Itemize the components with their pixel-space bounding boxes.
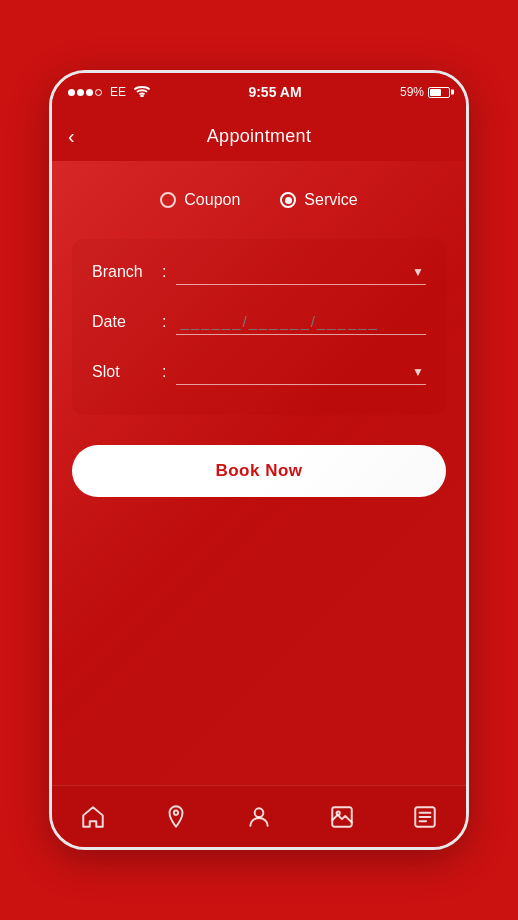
service-radio-circle — [280, 192, 296, 208]
book-now-button[interactable]: Book Now — [72, 445, 446, 497]
coupon-label: Coupon — [184, 191, 240, 209]
date-colon: : — [162, 313, 166, 331]
date-label: Date — [92, 313, 162, 331]
battery-percent: 59% — [400, 85, 424, 99]
signal-dots — [68, 89, 102, 96]
service-label: Service — [304, 191, 357, 209]
svg-point-4 — [336, 811, 339, 814]
nav-location[interactable] — [163, 804, 189, 830]
app-header: ‹ Appointment — [52, 111, 466, 161]
form-section: Branch : ▼ Date : Slot : — [72, 239, 446, 415]
signal-dot-2 — [77, 89, 84, 96]
battery-fill — [430, 89, 441, 96]
carrier-label: EE — [110, 85, 126, 99]
page-title: Appointment — [207, 126, 311, 147]
signal-dot-4 — [95, 89, 102, 96]
branch-colon: : — [162, 263, 166, 281]
bottom-nav — [52, 785, 466, 847]
slot-colon: : — [162, 363, 166, 381]
signal-dot-3 — [86, 89, 93, 96]
date-input[interactable] — [176, 309, 426, 335]
status-left: EE — [68, 85, 150, 100]
location-icon — [163, 804, 189, 830]
slot-select-wrapper[interactable]: ▼ — [176, 359, 426, 385]
branch-select-wrapper[interactable]: ▼ — [176, 259, 426, 285]
svg-point-1 — [174, 810, 178, 814]
nav-home[interactable] — [80, 804, 106, 830]
nav-gallery[interactable] — [329, 804, 355, 830]
status-time: 9:55 AM — [248, 84, 301, 100]
radio-option-coupon[interactable]: Coupon — [160, 191, 240, 209]
main-content: Coupon Service Branch : ▼ — [52, 161, 466, 785]
status-bar: EE 9:55 AM 59% — [52, 73, 466, 111]
wifi-icon — [134, 85, 150, 100]
radio-option-service[interactable]: Service — [280, 191, 357, 209]
branch-select[interactable] — [176, 259, 426, 284]
gallery-icon — [329, 804, 355, 830]
slot-select[interactable] — [176, 359, 426, 384]
phone-frame: EE 9:55 AM 59% ‹ Appointment — [49, 70, 469, 850]
slot-label: Slot — [92, 363, 162, 381]
slot-field: Slot : ▼ — [92, 359, 426, 385]
nav-profile[interactable] — [246, 804, 272, 830]
nav-news[interactable] — [412, 804, 438, 830]
back-button[interactable]: ‹ — [68, 125, 75, 148]
radio-group: Coupon Service — [72, 191, 446, 209]
profile-icon — [246, 804, 272, 830]
battery-icon — [428, 87, 450, 98]
date-field: Date : — [92, 309, 426, 335]
home-icon — [80, 804, 106, 830]
branch-label: Branch — [92, 263, 162, 281]
news-icon — [412, 804, 438, 830]
coupon-radio-circle — [160, 192, 176, 208]
status-right: 59% — [400, 85, 450, 99]
svg-point-2 — [255, 808, 264, 817]
branch-field: Branch : ▼ — [92, 259, 426, 285]
signal-dot-1 — [68, 89, 75, 96]
svg-point-0 — [141, 95, 143, 97]
